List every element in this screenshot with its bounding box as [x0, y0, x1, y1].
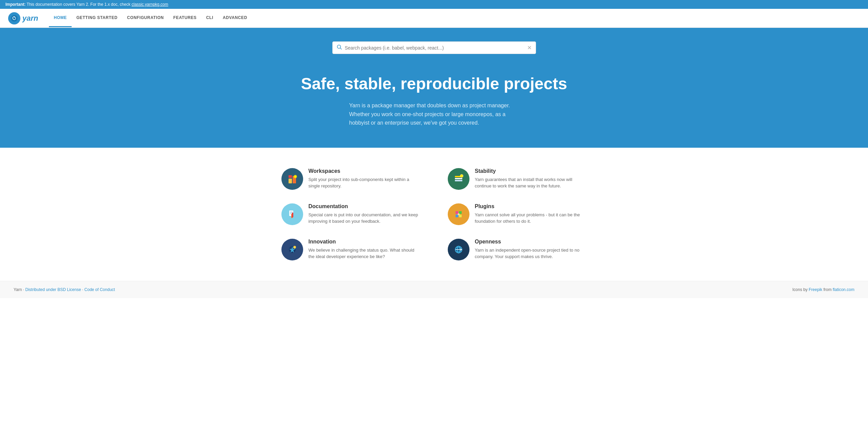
footer-conduct-link[interactable]: Code of Conduct [85, 287, 115, 292]
logo[interactable]: yarn [8, 12, 38, 24]
documentation-content: Documentation Special care is put into o… [309, 203, 421, 225]
footer-brand: Yarn [14, 287, 22, 292]
openness-icon [448, 239, 469, 260]
footer: Yarn · Distributed under BSD License · C… [0, 281, 868, 298]
innovation-icon [281, 239, 303, 260]
svg-rect-16 [290, 214, 292, 214]
main-nav: HOME GETTING STARTED CONFIGURATION FEATU… [49, 9, 252, 27]
warning-prefix: Important: [5, 2, 25, 7]
logo-text: yarn [22, 14, 38, 23]
innovation-title: Innovation [309, 239, 421, 245]
svg-rect-18 [292, 213, 293, 217]
innovation-content: Innovation We believe in challenging the… [309, 239, 421, 260]
svg-rect-14 [290, 212, 293, 212]
warning-bar: Important: This documentation covers Yar… [0, 0, 868, 9]
feature-workspaces: Workspaces Split your project into sub-c… [281, 168, 421, 190]
openness-title: Openness [475, 239, 587, 245]
logo-icon [8, 12, 20, 24]
svg-rect-19 [456, 211, 458, 214]
nav-cli[interactable]: CLI [201, 9, 218, 27]
svg-point-12 [461, 175, 463, 177]
plugins-content: Plugins Yarn cannot solve all your probl… [475, 203, 587, 225]
svg-point-7 [294, 176, 296, 178]
nav-configuration[interactable]: CONFIGURATION [122, 9, 168, 27]
footer-left: Yarn · Distributed under BSD License · C… [14, 287, 115, 292]
features-grid: Workspaces Split your project into sub-c… [281, 168, 587, 260]
svg-line-2 [340, 48, 341, 50]
stability-content: Stability Yarn guarantees that an instal… [475, 168, 587, 189]
innovation-desc: We believe in challenging the status quo… [309, 247, 421, 260]
hero-description: Yarn is a package manager that doubles d… [349, 101, 519, 127]
documentation-icon [281, 203, 303, 225]
search-icon [337, 44, 342, 51]
stability-icon [448, 168, 469, 190]
stability-desc: Yarn guarantees that an install that wor… [475, 176, 587, 189]
plugins-title: Plugins [475, 203, 587, 210]
footer-freepik-link[interactable]: Freepik [809, 287, 822, 292]
feature-innovation: Innovation We believe in challenging the… [281, 239, 421, 260]
svg-rect-8 [455, 178, 462, 179]
svg-rect-5 [289, 175, 292, 178]
workspaces-icon [281, 168, 303, 190]
openness-content: Openness Yarn is an independent open-sou… [475, 239, 587, 260]
svg-rect-21 [456, 215, 458, 217]
plugins-icon [448, 203, 469, 225]
warning-link[interactable]: classic.yarnpkg.com [132, 2, 168, 7]
svg-rect-9 [455, 180, 462, 181]
documentation-desc: Special care is put into our documentati… [309, 212, 421, 225]
svg-point-23 [458, 213, 460, 215]
warning-text: This documentation covers Yarn 2. For th… [26, 2, 131, 7]
svg-rect-20 [459, 211, 462, 214]
svg-rect-3 [289, 179, 292, 183]
workspaces-title: Workspaces [309, 168, 421, 174]
search-clear-icon[interactable]: ✕ [527, 44, 532, 51]
documentation-title: Documentation [309, 203, 421, 210]
footer-license-link[interactable]: Distributed under BSD License [25, 287, 81, 292]
search-bar: ✕ [332, 41, 536, 54]
openness-desc: Yarn is an independent open-source proje… [475, 247, 587, 260]
footer-from-text: from [824, 287, 833, 292]
hero-section: ✕ Safe, stable, reproducible projects Ya… [0, 28, 868, 148]
svg-point-0 [11, 15, 18, 22]
footer-right: Icons by Freepik from flaticon.com [792, 287, 854, 292]
header: yarn HOME GETTING STARTED CONFIGURATION … [0, 9, 868, 28]
nav-advanced[interactable]: ADVANCED [218, 9, 252, 27]
feature-stability: Stability Yarn guarantees that an instal… [448, 168, 587, 190]
nav-features[interactable]: FEATURES [169, 9, 202, 27]
workspaces-content: Workspaces Split your project into sub-c… [309, 168, 421, 189]
search-input[interactable] [345, 45, 527, 51]
svg-rect-22 [459, 215, 462, 217]
nav-home[interactable]: HOME [49, 9, 71, 27]
feature-documentation: Documentation Special care is put into o… [281, 203, 421, 225]
footer-flaticon-link[interactable]: flaticon.com [833, 287, 854, 292]
footer-sep2: · [82, 287, 85, 292]
feature-openness: Openness Yarn is an independent open-sou… [448, 239, 587, 260]
plugins-desc: Yarn cannot solve all your problems - bu… [475, 212, 587, 225]
workspaces-desc: Split your project into sub-components k… [309, 176, 421, 189]
hero-title: Safe, stable, reproducible projects [0, 74, 868, 93]
features-section: Workspaces Split your project into sub-c… [0, 148, 868, 281]
stability-title: Stability [475, 168, 587, 174]
footer-icons-text: Icons by [792, 287, 809, 292]
feature-plugins: Plugins Yarn cannot solve all your probl… [448, 203, 587, 225]
nav-getting-started[interactable]: GETTING STARTED [72, 9, 122, 27]
